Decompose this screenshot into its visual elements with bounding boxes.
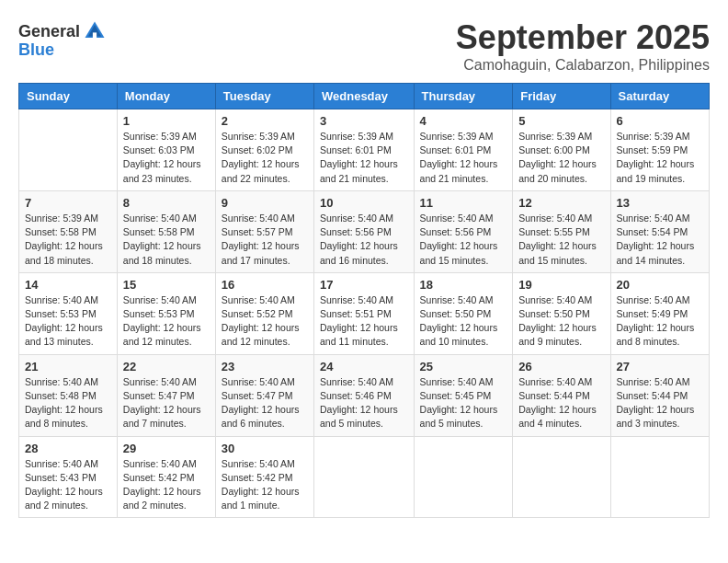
day-info: Sunrise: 5:39 AM Sunset: 6:00 PM Dayligh… (518, 130, 604, 186)
day-info: Sunrise: 5:40 AM Sunset: 5:50 PM Dayligh… (518, 293, 604, 350)
calendar-header: SundayMondayTuesdayWednesdayThursdayFrid… (19, 84, 710, 109)
day-info: Sunrise: 5:40 AM Sunset: 5:53 PM Dayligh… (123, 293, 210, 350)
day-number: 14 (25, 278, 111, 292)
calendar-cell: 1Sunrise: 5:39 AM Sunset: 6:03 PM Daylig… (117, 109, 215, 191)
day-number: 15 (123, 278, 210, 292)
day-info: Sunrise: 5:40 AM Sunset: 5:54 PM Dayligh… (617, 212, 703, 268)
day-info: Sunrise: 5:40 AM Sunset: 5:44 PM Dayligh… (518, 375, 604, 431)
svg-rect-2 (93, 32, 97, 38)
calendar-cell: 29Sunrise: 5:40 AM Sunset: 5:42 PM Dayli… (117, 436, 215, 518)
calendar-cell: 10Sunrise: 5:40 AM Sunset: 5:56 PM Dayli… (314, 190, 415, 272)
calendar-week-row: 14Sunrise: 5:40 AM Sunset: 5:53 PM Dayli… (19, 272, 710, 354)
day-info: Sunrise: 5:40 AM Sunset: 5:42 PM Dayligh… (222, 457, 308, 513)
calendar-cell: 21Sunrise: 5:40 AM Sunset: 5:48 PM Dayli… (19, 354, 118, 436)
day-info: Sunrise: 5:40 AM Sunset: 5:48 PM Dayligh… (25, 375, 111, 431)
calendar-cell: 27Sunrise: 5:40 AM Sunset: 5:44 PM Dayli… (610, 354, 709, 436)
day-number: 13 (617, 196, 703, 210)
day-info: Sunrise: 5:40 AM Sunset: 5:44 PM Dayligh… (617, 375, 703, 431)
day-number: 19 (518, 278, 604, 292)
day-number: 7 (25, 196, 111, 210)
calendar-day-header: Thursday (414, 84, 513, 109)
logo-general-text: General (18, 22, 80, 41)
day-number: 21 (25, 360, 111, 373)
calendar-week-row: 7Sunrise: 5:39 AM Sunset: 5:58 PM Daylig… (19, 190, 710, 272)
day-info: Sunrise: 5:39 AM Sunset: 6:02 PM Dayligh… (222, 130, 308, 186)
day-number: 24 (320, 360, 408, 373)
day-number: 16 (222, 278, 308, 292)
day-info: Sunrise: 5:40 AM Sunset: 5:51 PM Dayligh… (320, 293, 408, 350)
calendar-cell (19, 109, 118, 191)
calendar-cell (610, 436, 709, 518)
day-number: 2 (222, 114, 308, 128)
day-info: Sunrise: 5:39 AM Sunset: 5:59 PM Dayligh… (617, 130, 703, 186)
day-info: Sunrise: 5:39 AM Sunset: 5:58 PM Dayligh… (25, 212, 111, 268)
day-number: 23 (222, 360, 308, 373)
day-number: 25 (420, 360, 507, 373)
day-number: 1 (123, 114, 210, 128)
logo: General Blue (18, 18, 109, 60)
calendar-cell: 30Sunrise: 5:40 AM Sunset: 5:42 PM Dayli… (215, 436, 313, 518)
calendar-cell: 4Sunrise: 5:39 AM Sunset: 6:01 PM Daylig… (414, 109, 513, 191)
month-title: September 2025 (456, 18, 710, 57)
day-number: 5 (518, 114, 604, 128)
day-info: Sunrise: 5:40 AM Sunset: 5:43 PM Dayligh… (25, 457, 111, 513)
calendar-cell: 9Sunrise: 5:40 AM Sunset: 5:57 PM Daylig… (215, 190, 313, 272)
calendar-day-header: Monday (117, 84, 215, 109)
calendar-cell: 11Sunrise: 5:40 AM Sunset: 5:56 PM Dayli… (414, 190, 513, 272)
calendar-cell: 12Sunrise: 5:40 AM Sunset: 5:55 PM Dayli… (513, 190, 610, 272)
calendar-table: SundayMondayTuesdayWednesdayThursdayFrid… (18, 83, 710, 518)
day-info: Sunrise: 5:40 AM Sunset: 5:46 PM Dayligh… (320, 375, 408, 431)
calendar-cell: 16Sunrise: 5:40 AM Sunset: 5:52 PM Dayli… (215, 272, 313, 354)
calendar-cell: 28Sunrise: 5:40 AM Sunset: 5:43 PM Dayli… (19, 436, 118, 518)
day-number: 20 (617, 278, 703, 292)
location-text: Camohaguin, Calabarzon, Philippines (456, 57, 710, 74)
day-number: 6 (617, 114, 703, 128)
calendar-cell: 8Sunrise: 5:40 AM Sunset: 5:58 PM Daylig… (117, 190, 215, 272)
day-number: 18 (420, 278, 507, 292)
calendar-cell: 3Sunrise: 5:39 AM Sunset: 6:01 PM Daylig… (314, 109, 415, 191)
day-info: Sunrise: 5:40 AM Sunset: 5:49 PM Dayligh… (617, 293, 703, 350)
day-number: 17 (320, 278, 408, 292)
day-info: Sunrise: 5:40 AM Sunset: 5:45 PM Dayligh… (420, 375, 507, 431)
day-info: Sunrise: 5:40 AM Sunset: 5:57 PM Dayligh… (222, 212, 308, 268)
day-number: 26 (518, 360, 604, 373)
calendar-day-header: Saturday (610, 84, 709, 109)
day-number: 3 (320, 114, 408, 128)
day-number: 12 (518, 196, 604, 210)
calendar-week-row: 28Sunrise: 5:40 AM Sunset: 5:43 PM Dayli… (19, 436, 710, 518)
calendar-day-header: Tuesday (215, 84, 313, 109)
day-info: Sunrise: 5:39 AM Sunset: 6:01 PM Dayligh… (320, 130, 408, 186)
calendar-week-row: 1Sunrise: 5:39 AM Sunset: 6:03 PM Daylig… (19, 109, 710, 191)
calendar-cell: 26Sunrise: 5:40 AM Sunset: 5:44 PM Dayli… (513, 354, 610, 436)
calendar-cell: 15Sunrise: 5:40 AM Sunset: 5:53 PM Dayli… (117, 272, 215, 354)
calendar-day-header: Wednesday (314, 84, 415, 109)
calendar-cell: 5Sunrise: 5:39 AM Sunset: 6:00 PM Daylig… (513, 109, 610, 191)
calendar-cell: 24Sunrise: 5:40 AM Sunset: 5:46 PM Dayli… (314, 354, 415, 436)
day-info: Sunrise: 5:40 AM Sunset: 5:47 PM Dayligh… (222, 375, 308, 431)
calendar-body: 1Sunrise: 5:39 AM Sunset: 6:03 PM Daylig… (19, 109, 710, 518)
day-number: 4 (420, 114, 507, 128)
calendar-cell: 22Sunrise: 5:40 AM Sunset: 5:47 PM Dayli… (117, 354, 215, 436)
day-number: 22 (123, 360, 210, 373)
calendar-cell (414, 436, 513, 518)
calendar-cell: 23Sunrise: 5:40 AM Sunset: 5:47 PM Dayli… (215, 354, 313, 436)
calendar-cell: 17Sunrise: 5:40 AM Sunset: 5:51 PM Dayli… (314, 272, 415, 354)
day-number: 11 (420, 196, 507, 210)
calendar-cell: 14Sunrise: 5:40 AM Sunset: 5:53 PM Dayli… (19, 272, 118, 354)
day-info: Sunrise: 5:40 AM Sunset: 5:50 PM Dayligh… (420, 293, 507, 350)
day-number: 27 (617, 360, 703, 373)
calendar-cell (513, 436, 610, 518)
day-number: 29 (123, 442, 210, 455)
calendar-cell: 13Sunrise: 5:40 AM Sunset: 5:54 PM Dayli… (610, 190, 709, 272)
day-info: Sunrise: 5:40 AM Sunset: 5:56 PM Dayligh… (320, 212, 408, 268)
day-info: Sunrise: 5:40 AM Sunset: 5:56 PM Dayligh… (420, 212, 507, 268)
day-info: Sunrise: 5:40 AM Sunset: 5:55 PM Dayligh… (518, 212, 604, 268)
calendar-day-header: Sunday (19, 84, 118, 109)
calendar-week-row: 21Sunrise: 5:40 AM Sunset: 5:48 PM Dayli… (19, 354, 710, 436)
logo-blue-text: Blue (18, 40, 54, 60)
day-number: 10 (320, 196, 408, 210)
calendar-cell: 25Sunrise: 5:40 AM Sunset: 5:45 PM Dayli… (414, 354, 513, 436)
day-info: Sunrise: 5:39 AM Sunset: 6:03 PM Dayligh… (123, 130, 210, 186)
day-info: Sunrise: 5:40 AM Sunset: 5:52 PM Dayligh… (222, 293, 308, 350)
day-number: 28 (25, 442, 111, 455)
